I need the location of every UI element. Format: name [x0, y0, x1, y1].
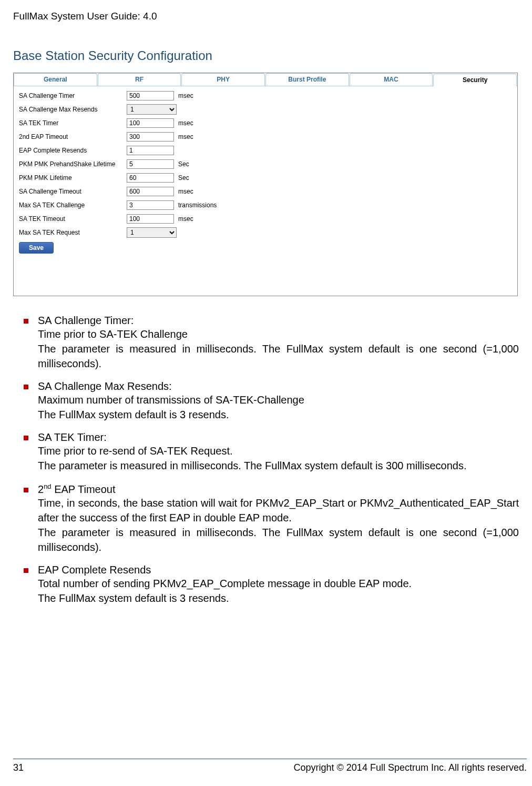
list-item: SA Challenge Max Resends:Maximum number … — [24, 380, 519, 422]
form-row: PKM PMK LifetimeSec — [19, 172, 512, 184]
field-label: PKM PMK Lifetime — [19, 174, 127, 182]
page-footer: 31 Copyright © 2014 Full Spectrum Inc. A… — [13, 759, 527, 773]
tab-phy[interactable]: PHY — [181, 73, 265, 86]
bullet-text: Time prior to SA-TEK Challenge — [38, 327, 519, 341]
field-input[interactable]: 1 — [127, 227, 177, 238]
field-unit: msec — [178, 188, 193, 195]
bullet-title: SA Challenge Timer: — [38, 315, 134, 326]
bullet-text: The parameter is measured in millisecond… — [38, 525, 519, 555]
field-unit: msec — [178, 92, 193, 99]
field-label: SA Challenge Max Resends — [19, 106, 127, 113]
field-label: SA TEK Timer — [19, 119, 127, 127]
field-unit: msec — [178, 215, 193, 223]
copyright-text: Copyright © 2014 Full Spectrum Inc. All … — [294, 762, 527, 773]
field-input[interactable] — [127, 214, 174, 224]
field-input[interactable] — [127, 200, 174, 210]
field-label: Max SA TEK Challenge — [19, 201, 127, 209]
tab-mac[interactable]: MAC — [350, 73, 433, 86]
form-row: 2nd EAP Timeoutmsec — [19, 130, 512, 143]
bullet-text: Total number of sending PKMv2_EAP_Comple… — [38, 576, 519, 591]
parameter-descriptions: SA Challenge Timer:Time prior to SA-TEK … — [13, 315, 519, 606]
field-label: 2nd EAP Timeout — [19, 133, 127, 140]
form-row: Max SA TEK Challengetransmissions — [19, 199, 512, 211]
bullet-title: 2nd EAP Timeout — [38, 483, 116, 495]
bullet-text: The parameter is measured in millisecond… — [38, 341, 519, 371]
field-label: SA Challenge Timeout — [19, 188, 127, 195]
field-label: SA Challenge Timer — [19, 92, 127, 99]
bullet-title: SA TEK Timer: — [38, 431, 107, 443]
bullet-text: The parameter is measured in millisecond… — [38, 458, 519, 473]
bullet-text: Time, in seconds, the base station will … — [38, 496, 519, 525]
field-unit: Sec — [178, 174, 189, 182]
field-unit: msec — [178, 133, 193, 140]
form-row: Max SA TEK Request1 — [19, 226, 512, 239]
field-input[interactable] — [127, 132, 174, 142]
tab-general[interactable]: General — [14, 73, 97, 86]
bullet-title: EAP Complete Resends — [38, 564, 151, 576]
field-label: PKM PMK PrehandShake Lifetime — [19, 160, 127, 168]
save-button[interactable]: Save — [19, 242, 54, 254]
field-input[interactable] — [127, 159, 174, 169]
bullet-title: SA Challenge Max Resends: — [38, 380, 172, 392]
field-input[interactable] — [127, 118, 174, 128]
form-row: SA Challenge Max Resends1 — [19, 103, 512, 116]
list-item: 2nd EAP TimeoutTime, in seconds, the bas… — [24, 482, 519, 555]
bullet-text: Time prior to re-send of SA-TEK Request. — [38, 444, 519, 458]
field-label: Max SA TEK Request — [19, 229, 127, 236]
page-number: 31 — [13, 762, 24, 773]
field-input[interactable] — [127, 173, 174, 183]
bullet-icon — [24, 436, 28, 440]
bullet-icon — [24, 385, 28, 389]
field-label: EAP Complete Resends — [19, 147, 127, 154]
form-row: EAP Complete Resends — [19, 144, 512, 157]
bullet-text: The FullMax system default is 3 resends. — [38, 407, 519, 422]
list-item: EAP Complete ResendsTotal number of send… — [24, 564, 519, 606]
form-row: SA TEK Timermsec — [19, 117, 512, 129]
field-input[interactable] — [127, 187, 174, 196]
tab-security[interactable]: Security — [433, 74, 517, 86]
field-unit: msec — [178, 119, 193, 127]
tab-burst-profile[interactable]: Burst Profile — [265, 73, 349, 86]
bullet-icon — [24, 319, 28, 324]
form-row: PKM PMK PrehandShake LifetimeSec — [19, 158, 512, 170]
bullet-text: Maximum number of transmissions of SA-TE… — [38, 392, 519, 407]
config-panel: GeneralRFPHYBurst ProfileMACSecurity SA … — [13, 73, 518, 296]
form-row: SA Challenge Timermsec — [19, 89, 512, 102]
form-row: SA Challenge Timeoutmsec — [19, 185, 512, 198]
bullet-text: The FullMax system default is 3 resends. — [38, 591, 519, 606]
bullet-icon — [24, 568, 28, 573]
doc-header: FullMax System User Guide: 4.0 — [13, 11, 519, 22]
list-item: SA Challenge Timer:Time prior to SA-TEK … — [24, 315, 519, 371]
form-body: SA Challenge TimermsecSA Challenge Max R… — [14, 86, 517, 296]
tab-bar: GeneralRFPHYBurst ProfileMACSecurity — [14, 73, 517, 86]
tab-rf[interactable]: RF — [98, 73, 181, 86]
field-unit: Sec — [178, 160, 189, 168]
field-unit: transmissions — [178, 201, 217, 209]
field-input[interactable] — [127, 91, 174, 100]
bullet-icon — [24, 488, 28, 492]
form-row: SA TEK Timeoutmsec — [19, 213, 512, 225]
list-item: SA TEK Timer:Time prior to re-send of SA… — [24, 431, 519, 473]
field-input[interactable]: 1 — [127, 104, 177, 115]
field-input[interactable] — [127, 146, 174, 155]
field-label: SA TEK Timeout — [19, 215, 127, 223]
section-title: Base Station Security Configuration — [13, 48, 519, 63]
